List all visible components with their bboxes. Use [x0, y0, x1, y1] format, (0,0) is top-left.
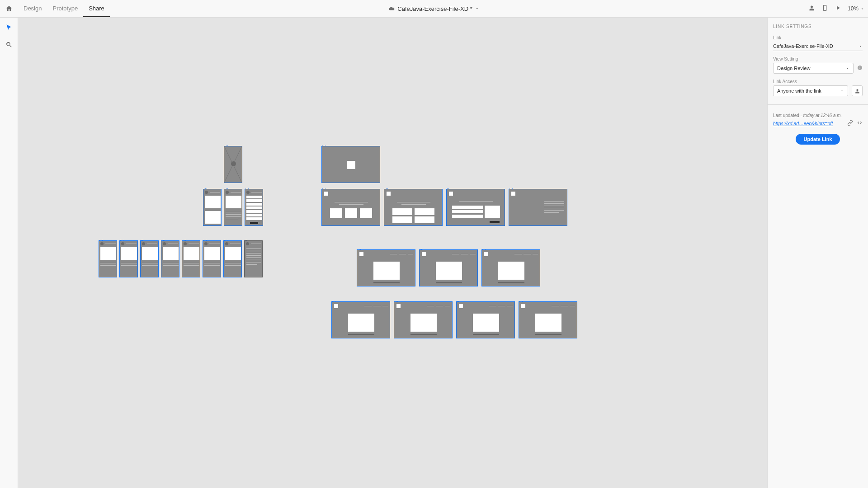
embed-icon — [857, 120, 863, 126]
link-select[interactable]: CafeJava-Exercise-File-XD — [773, 42, 863, 51]
play-preview-button[interactable] — [835, 5, 841, 13]
artboard-desktop[interactable]: … — [331, 301, 390, 338]
link-access-label: Link Access — [773, 79, 863, 84]
artboard-desktop[interactable]: … — [446, 189, 505, 226]
artboard-label: … — [182, 237, 186, 241]
artboard-label: … — [245, 185, 249, 190]
artboard-label: … — [120, 237, 123, 241]
artboard-label: … — [322, 142, 326, 147]
last-updated: Last updated - today at 12:46 a.m. — [773, 113, 863, 118]
invite-people-button[interactable] — [852, 85, 863, 96]
home-button[interactable] — [0, 0, 18, 17]
artboard-mobile[interactable]: … — [224, 189, 242, 226]
artboard-mobile[interactable]: … — [203, 189, 222, 226]
artboard-mobile[interactable]: … — [245, 189, 263, 226]
device-preview-button[interactable] — [821, 5, 828, 13]
profile-icon — [808, 5, 815, 11]
play-icon — [835, 5, 841, 11]
artboard-mobile[interactable]: … — [140, 240, 159, 277]
artboard-label: … — [99, 237, 103, 241]
chevron-down-icon — [860, 7, 864, 11]
chevron-down-icon — [859, 44, 863, 48]
artboard-label: … — [161, 237, 165, 241]
artboard-label: … — [224, 237, 227, 241]
share-url[interactable]: https://xd.ad…een&hints=off — [773, 121, 844, 126]
artboard-mobile[interactable]: … — [161, 240, 179, 277]
artboard-label: … — [509, 185, 513, 190]
artboard-label: … — [141, 237, 144, 241]
artboard-label: … — [420, 246, 423, 250]
profile-button[interactable] — [808, 5, 815, 13]
chevron-down-icon — [845, 66, 849, 70]
canvas[interactable]: … … … … … … … … … … … … — [18, 18, 767, 488]
artboard-label: … — [519, 298, 523, 302]
artboard-label: … — [384, 185, 388, 190]
artboard-label: … — [394, 298, 398, 302]
select-arrow-icon — [5, 24, 13, 31]
x-placeholder-icon — [224, 146, 242, 183]
artboard-label: … — [224, 185, 228, 190]
artboard-desktop[interactable]: … — [509, 189, 567, 226]
link-access-value: Anyone with the link — [777, 88, 821, 94]
view-setting-info[interactable] — [857, 65, 863, 71]
zoom-tool[interactable] — [5, 41, 13, 50]
link-icon — [847, 120, 853, 126]
copy-link-button[interactable] — [847, 120, 853, 127]
search-icon — [5, 41, 13, 48]
info-icon — [857, 65, 863, 70]
artboard-desktop[interactable]: … — [394, 301, 453, 338]
artboard-mobile[interactable]: … — [119, 240, 138, 277]
artboard-mobile[interactable]: … — [203, 240, 221, 277]
artboard-desktop[interactable]: … — [357, 249, 415, 286]
artboard-mobile-text[interactable]: … — [244, 240, 263, 277]
artboard-mobile-hero[interactable]: … — [224, 146, 242, 183]
zoom-dropdown[interactable]: 10% — [848, 5, 864, 12]
artboard-desktop[interactable]: … — [384, 189, 443, 226]
view-setting-dropdown[interactable]: Design Review — [773, 63, 854, 74]
link-value: CafeJava-Exercise-File-XD — [773, 43, 833, 49]
artboard-desktop[interactable]: … — [321, 189, 380, 226]
link-access-dropdown[interactable]: Anyone with the link — [773, 85, 848, 96]
artboard-label: … — [203, 237, 207, 241]
artboard-label: … — [482, 246, 486, 250]
artboard-desktop[interactable]: … — [456, 301, 515, 338]
chevron-down-icon — [840, 89, 844, 93]
artboard-desktop-hero[interactable]: … — [321, 146, 380, 183]
artboard-mobile[interactable]: … — [99, 240, 117, 277]
update-link-button[interactable]: Update Link — [796, 134, 840, 145]
select-tool[interactable] — [5, 24, 13, 33]
artboard-mobile[interactable]: … — [223, 240, 242, 277]
artboard-label: … — [322, 185, 326, 190]
artboard-label: … — [203, 185, 207, 190]
artboard-desktop[interactable]: … — [481, 249, 540, 286]
artboard-label: … — [332, 298, 335, 302]
zoom-value: 10% — [848, 5, 859, 12]
artboard-label: … — [245, 237, 248, 241]
profile-icon — [854, 88, 860, 94]
artboard-desktop[interactable]: … — [419, 249, 478, 286]
view-setting-value: Design Review — [777, 66, 810, 71]
tab-design[interactable]: Design — [18, 0, 47, 17]
artboard-label: … — [447, 185, 450, 190]
embed-button[interactable] — [857, 120, 863, 127]
home-icon — [5, 5, 13, 12]
document-title-text: CafeJava-Exercise-File-XD * — [397, 5, 472, 12]
artboard-label: … — [457, 298, 460, 302]
tab-prototype[interactable]: Prototype — [47, 0, 83, 17]
artboard-mobile[interactable]: … — [182, 240, 200, 277]
view-setting-label: View Setting — [773, 56, 863, 61]
artboard-desktop[interactable]: … — [519, 301, 577, 338]
link-settings-panel: LINK SETTINGS Link CafeJava-Exercise-Fil… — [767, 18, 868, 488]
document-title[interactable]: CafeJava-Exercise-File-XD * — [388, 0, 479, 18]
panel-heading: LINK SETTINGS — [773, 24, 863, 29]
mobile-icon — [821, 5, 828, 11]
link-field-label: Link — [773, 35, 863, 40]
artboard-label: … — [357, 246, 361, 250]
chevron-down-icon — [475, 5, 480, 12]
cloud-icon — [388, 5, 395, 12]
tab-share[interactable]: Share — [83, 0, 110, 17]
